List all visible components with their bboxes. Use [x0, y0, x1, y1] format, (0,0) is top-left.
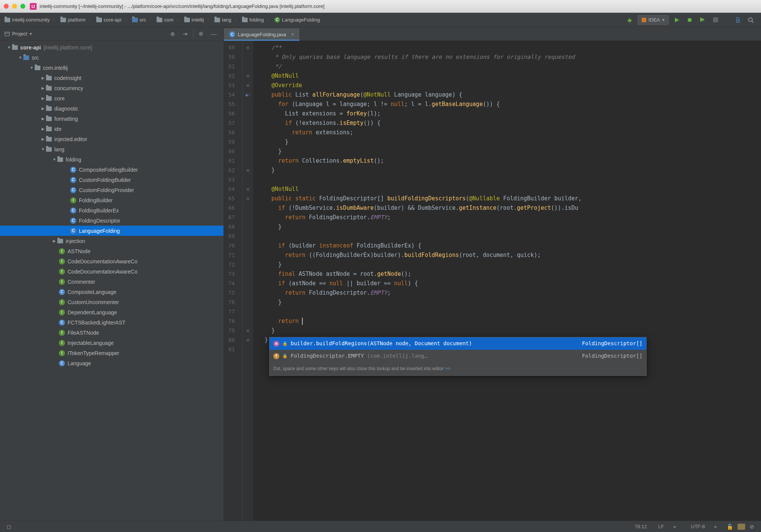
hint-link[interactable]: >> — [445, 366, 450, 371]
class-icon: C — [70, 228, 76, 234]
method-icon: m — [273, 341, 279, 347]
run-config-selector[interactable]: IDEA ▾ — [638, 15, 669, 25]
caret-position[interactable]: 78:12 — [631, 524, 651, 529]
svg-point-5 — [749, 18, 752, 22]
readonly-toggle-icon[interactable]: 🔓 — [724, 524, 735, 530]
class-icon: C — [274, 17, 280, 23]
completion-item[interactable]: f 🔒 FoldingDescriptor.EMPTY (com.intelli… — [270, 350, 646, 362]
memory-indicator-icon[interactable]: ⊘ — [747, 524, 756, 530]
project-icon — [5, 31, 10, 37]
project-tree[interactable]: ▼core-api [intellij.platform.core] ▼src … — [0, 41, 223, 521]
lock-icon: 🔒 — [282, 339, 288, 348]
titlebar: IJ intellij-community [~/intellij-commun… — [0, 0, 761, 13]
stop-button[interactable] — [710, 15, 720, 25]
breadcrumbs[interactable]: intellij-community〉 platform〉 core-api〉 … — [3, 16, 625, 24]
line-separator[interactable]: LF ≑ — [651, 524, 684, 529]
minimize-window[interactable] — [12, 4, 17, 9]
collapse-all-icon[interactable]: ⇥ — [180, 31, 190, 37]
build-button[interactable] — [625, 15, 635, 25]
debug-button[interactable] — [685, 15, 695, 25]
class-icon: C — [70, 177, 76, 183]
app-icon: IJ — [30, 3, 37, 10]
class-icon: C — [70, 167, 76, 173]
code-editor[interactable]: 4950515253545556575859606162636465666768… — [224, 41, 761, 521]
completion-hint: Dot, space and some other keys will also… — [270, 362, 646, 375]
close-icon[interactable]: × — [291, 31, 294, 37]
config-icon — [642, 18, 646, 22]
interface-icon: I — [70, 197, 76, 203]
lock-icon: 🔒 — [282, 351, 288, 361]
tool-windows-toggle-icon[interactable]: ◻ — [5, 524, 14, 530]
editor-tab[interactable]: C LanguageFolding.java × — [224, 28, 299, 40]
class-icon: C — [70, 208, 76, 214]
editor-tabs: C LanguageFolding.java × — [224, 27, 761, 41]
run-button[interactable] — [672, 15, 682, 25]
search-everywhere-button[interactable] — [746, 15, 756, 25]
gutter-icons[interactable]: ⊟⊟⊟◉↑⊟⊟⊟⊟⊟ — [243, 41, 253, 521]
close-window[interactable] — [4, 4, 9, 9]
class-icon: C — [229, 31, 235, 37]
coverage-button[interactable] — [698, 15, 707, 25]
file-encoding[interactable]: UTF-8 ≑ — [684, 524, 724, 529]
status-bar: ◻ 78:12 LF ≑ UTF-8 ≑ 🔓 ⊘ — [0, 521, 761, 532]
svg-rect-7 — [5, 32, 9, 36]
class-icon: C — [70, 218, 76, 224]
window-title: intellij-community [~/intellij-community… — [40, 3, 325, 9]
tree-module: core-api — [20, 45, 41, 51]
completion-item[interactable]: m 🔒 builder.buildFoldRegions(ASTNode nod… — [270, 337, 646, 350]
gear-icon[interactable]: ✲ — [196, 31, 206, 37]
project-view-selector[interactable]: Project ▾ — [5, 31, 32, 37]
class-icon: C — [70, 187, 76, 193]
tree-item-selected: CLanguageFolding — [0, 226, 223, 236]
svg-line-6 — [752, 21, 753, 23]
chevron-down-icon: ▾ — [29, 31, 32, 37]
svg-rect-4 — [713, 17, 718, 22]
zoom-window[interactable] — [20, 4, 25, 9]
hector-icon[interactable] — [735, 523, 747, 530]
code-completion-popup[interactable]: m 🔒 builder.buildFoldRegions(ASTNode nod… — [269, 337, 647, 376]
vcs-update-button[interactable] — [733, 15, 743, 25]
project-tool-window: Project ▾ ⊕ ⇥ ✲ — ▼core-api [intellij.pl… — [0, 27, 224, 521]
hide-icon[interactable]: — — [209, 31, 219, 37]
navbar: intellij-community〉 platform〉 core-api〉 … — [0, 13, 761, 27]
locate-icon[interactable]: ⊕ — [168, 31, 177, 37]
field-icon: f — [273, 353, 279, 359]
line-numbers: 4950515253545556575859606162636465666768… — [224, 41, 243, 521]
chevron-down-icon: ▾ — [662, 17, 665, 23]
